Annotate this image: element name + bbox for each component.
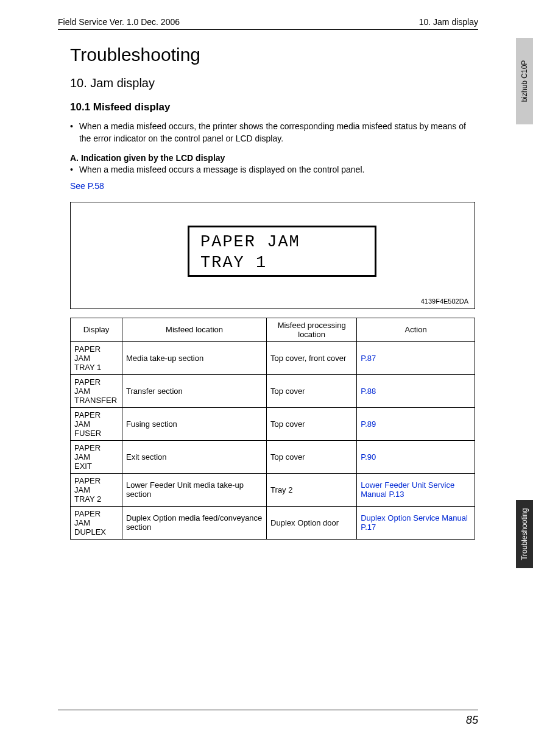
lcd-display: PAPER JAM TRAY 1 [188, 226, 376, 277]
cell-processing: Tray 2 [267, 473, 357, 506]
cell-processing: Top cover, front cover [267, 341, 357, 374]
table-row: PAPER JAMEXIT Exit section Top cover P.9… [71, 440, 475, 473]
document-page: Field Service Ver. 1.0 Dec. 2006 10. Jam… [0, 0, 533, 756]
cell-action-link[interactable]: P.88 [357, 374, 475, 407]
misfeed-table: Display Misfeed location Misfeed process… [70, 318, 475, 540]
cell-location: Media take-up section [122, 341, 267, 374]
col-location: Misfeed location [122, 318, 267, 341]
see-page-link[interactable]: See P.58 [70, 181, 478, 191]
cell-action-link[interactable]: P.90 [357, 440, 475, 473]
col-display: Display [71, 318, 122, 341]
subsection-heading: 10.1 Misfeed display [70, 101, 478, 113]
col-action: Action [357, 318, 475, 341]
cell-action-link[interactable]: Duplex Option Service Manual P.17 [357, 506, 475, 539]
cell-processing: Duplex Option door [267, 506, 357, 539]
table-row: PAPER JAMTRANSFER Transfer section Top c… [71, 374, 475, 407]
subheading-a: A. Indication given by the LCD display [70, 153, 478, 163]
cell-processing: Top cover [267, 374, 357, 407]
bullet-text: When a media misfeed occurs, the printer… [79, 121, 478, 144]
lcd-line-2: TRAY 1 [200, 253, 364, 274]
content-area: Troubleshooting 10. Jam display 10.1 Mis… [70, 45, 478, 540]
bullet-icon: • [70, 121, 73, 144]
table-row: PAPER JAMTRAY 2 Lower Feeder Unit media … [71, 473, 475, 506]
bullet-icon: • [70, 164, 73, 176]
cell-display: PAPER JAMTRAY 2 [71, 473, 122, 506]
table-row: PAPER JAMDUPLEX Duplex Option media feed… [71, 506, 475, 539]
header-left: Field Service Ver. 1.0 Dec. 2006 [58, 17, 180, 27]
cell-location: Duplex Option media feed/conveyance sect… [122, 506, 267, 539]
cell-processing: Top cover [267, 407, 357, 440]
cell-display: PAPER JAMFUSER [71, 407, 122, 440]
table-header-row: Display Misfeed location Misfeed process… [71, 318, 475, 341]
side-tab-model-label: bizhub C10P [520, 60, 529, 102]
cell-display: PAPER JAMDUPLEX [71, 506, 122, 539]
cell-display: PAPER JAMTRAY 1 [71, 341, 122, 374]
lcd-line-1: PAPER JAM [200, 232, 364, 253]
cell-location: Exit section [122, 440, 267, 473]
col-processing: Misfeed processing location [267, 318, 357, 341]
header-right: 10. Jam display [419, 17, 478, 27]
section-heading: 10. Jam display [70, 76, 478, 90]
table-row: PAPER JAMFUSER Fusing section Top cover … [71, 407, 475, 440]
lcd-figure-frame: PAPER JAM TRAY 1 4139F4E502DA [70, 202, 475, 309]
cell-processing: Top cover [267, 440, 357, 473]
page-footer: 85 [58, 710, 478, 727]
page-number: 85 [466, 714, 478, 726]
cell-action-link[interactable]: P.87 [357, 341, 475, 374]
side-tab-model: bizhub C10P [516, 38, 533, 124]
table-row: PAPER JAMTRAY 1 Media take-up section To… [71, 341, 475, 374]
cell-location: Transfer section [122, 374, 267, 407]
cell-action-link[interactable]: P.89 [357, 407, 475, 440]
cell-location: Fusing section [122, 407, 267, 440]
bullet-text: When a media misfeed occurs a message is… [79, 164, 364, 176]
chapter-title: Troubleshooting [70, 45, 478, 65]
side-tab-section: Troubleshooting [516, 500, 533, 568]
cell-action-link[interactable]: Lower Feeder Unit Service Manual P.13 [357, 473, 475, 506]
cell-display: PAPER JAMEXIT [71, 440, 122, 473]
figure-id: 4139F4E502DA [421, 298, 468, 305]
bullet-item: • When a media misfeed occurs a message … [70, 164, 478, 176]
bullet-item: • When a media misfeed occurs, the print… [70, 121, 478, 144]
cell-location: Lower Feeder Unit media take-up section [122, 473, 267, 506]
page-header: Field Service Ver. 1.0 Dec. 2006 10. Jam… [58, 17, 478, 30]
cell-display: PAPER JAMTRANSFER [71, 374, 122, 407]
side-tab-section-label: Troubleshooting [520, 508, 529, 560]
